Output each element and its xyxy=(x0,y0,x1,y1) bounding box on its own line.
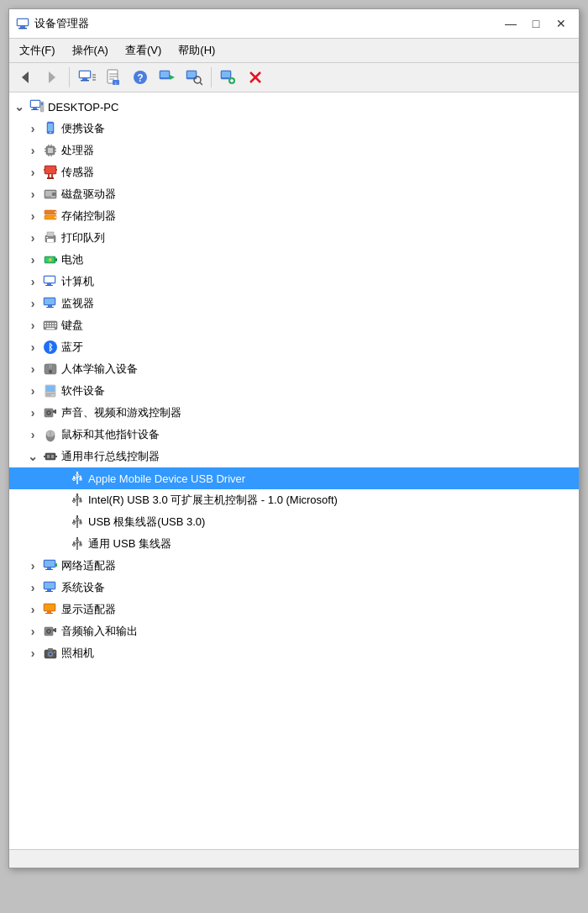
tree-item-hid[interactable]: 人体学输入设备 xyxy=(9,358,579,380)
tree-item-system[interactable]: 系统设备 xyxy=(9,577,579,599)
svg-rect-174 xyxy=(53,629,55,631)
expand-icon-computer xyxy=(26,275,39,288)
svg-rect-90 xyxy=(52,323,54,325)
svg-rect-59 xyxy=(51,174,53,177)
minimize-button[interactable]: — xyxy=(500,14,522,33)
tree-item-storage-label: 存储控制器 xyxy=(61,208,116,224)
expand-icon-mouse xyxy=(26,428,39,441)
tree-item-usb-hub[interactable]: 通用 USB 集线器 xyxy=(9,533,579,555)
tree-item-portable[interactable]: 便携设备 xyxy=(9,118,579,140)
svg-rect-95 xyxy=(52,325,54,327)
svg-rect-117 xyxy=(45,453,55,460)
help-button[interactable]: ? xyxy=(128,66,153,89)
menu-action[interactable]: 操作(A) xyxy=(66,40,115,61)
tree-item-print[interactable]: 打印队列 xyxy=(9,227,579,249)
menu-view[interactable]: 查看(V) xyxy=(118,40,168,61)
devmgr-button[interactable] xyxy=(74,66,99,89)
audio-icon xyxy=(43,405,58,420)
tree-item-apple-usb-label: Apple Mobile Device USB Driver xyxy=(88,472,245,485)
tree-item-usb-root[interactable]: 通用串行总线控制器 xyxy=(9,446,579,467)
svg-rect-161 xyxy=(45,569,53,570)
expand-icon-disk xyxy=(26,187,39,201)
svg-rect-84 xyxy=(48,305,52,307)
svg-rect-132 xyxy=(76,496,79,498)
menu-file[interactable]: 文件(F) xyxy=(13,40,62,61)
tree-item-sensor[interactable]: 传感器 xyxy=(9,161,579,183)
expand-icon-monitor xyxy=(26,297,39,310)
tree-item-keyboard[interactable]: 键盘 xyxy=(9,314,579,336)
search-button[interactable] xyxy=(181,66,207,89)
tree-item-intel-usb[interactable]: Intel(R) USB 3.0 可扩展主机控制器 - 1.0 (Microso… xyxy=(9,489,579,511)
tree-item-battery[interactable]: ⚡ 电池 xyxy=(9,249,579,271)
tree-item-software[interactable]: 软件设备 xyxy=(9,380,579,402)
connect-button[interactable] xyxy=(216,66,241,89)
svg-rect-111 xyxy=(53,410,55,413)
usb-hub3-icon xyxy=(70,515,85,530)
svg-rect-22 xyxy=(160,71,169,77)
tree-item-battery-label: 电池 xyxy=(61,252,83,267)
tree-item-network[interactable]: 网络适配器 xyxy=(9,555,579,577)
tree-item-network-label: 网络适配器 xyxy=(61,558,116,573)
close-button[interactable]: ✕ xyxy=(550,14,572,33)
toolbar: i ? xyxy=(9,63,579,92)
tree-item-computer[interactable]: 计算机 xyxy=(9,271,579,293)
tree-item-disk[interactable]: 磁盘驱动器 xyxy=(9,183,579,205)
tree-item-usb-hub3[interactable]: USB 根集线器(USB 3.0) xyxy=(9,511,579,533)
update-icon xyxy=(159,69,176,86)
expand-icon-software xyxy=(26,384,39,398)
tree-item-audio-io[interactable]: 音频输入和输出 xyxy=(9,620,579,642)
svg-point-103 xyxy=(49,370,52,373)
tree-item-root[interactable]: DESKTOP-PC xyxy=(9,96,579,118)
tree-item-portable-label: 便携设备 xyxy=(61,121,105,136)
tree-item-apple-usb[interactable]: Apple Mobile Device USB Driver xyxy=(9,467,579,489)
menu-help[interactable]: 帮助(H) xyxy=(171,40,222,61)
svg-rect-85 xyxy=(46,307,54,308)
properties-button[interactable]: i xyxy=(101,66,126,89)
connect-icon xyxy=(220,69,237,86)
svg-marker-23 xyxy=(170,75,175,80)
expand-icon-audio xyxy=(26,406,39,420)
svg-marker-4 xyxy=(22,71,29,83)
menubar: 文件(F) 操作(A) 查看(V) 帮助(H) xyxy=(9,39,579,63)
remove-button[interactable] xyxy=(243,66,268,89)
svg-rect-3 xyxy=(18,19,28,25)
tree-item-storage[interactable]: 存储控制器 xyxy=(9,205,579,227)
forward-button[interactable] xyxy=(39,66,65,89)
tree-item-cpu[interactable]: 处理器 xyxy=(9,140,579,161)
tree-item-mouse[interactable]: 鼠标和其他指针设备 xyxy=(9,424,579,446)
svg-rect-166 xyxy=(45,591,53,592)
tree-item-monitor[interactable]: 监视器 xyxy=(9,293,579,314)
svg-rect-162 xyxy=(55,563,57,567)
tree-item-audio[interactable]: 声音、视频和游戏控制器 xyxy=(9,402,579,424)
maximize-button[interactable]: □ xyxy=(525,14,547,33)
svg-rect-29 xyxy=(222,71,230,77)
back-button[interactable] xyxy=(13,66,38,89)
svg-rect-181 xyxy=(54,652,55,653)
bluetooth-icon: ᛒ xyxy=(43,340,58,355)
tree-item-system-label: 系统设备 xyxy=(61,580,105,595)
svg-rect-165 xyxy=(47,589,51,591)
tree-item-display[interactable]: 显示适配器 xyxy=(9,599,579,620)
svg-rect-149 xyxy=(76,537,78,540)
svg-rect-140 xyxy=(76,515,78,518)
camera-icon xyxy=(43,646,58,661)
svg-rect-170 xyxy=(45,613,53,614)
computer-icon xyxy=(29,99,45,114)
svg-rect-67 xyxy=(45,215,56,219)
forward-icon xyxy=(44,69,60,86)
tree-item-camera[interactable]: 照相机 xyxy=(9,642,579,664)
expand-icon-battery xyxy=(26,253,39,267)
toolbar-sep-2 xyxy=(211,67,212,87)
svg-rect-122 xyxy=(76,472,78,474)
svg-rect-72 xyxy=(47,239,54,242)
tree-item-usb-hub3-label: USB 根集线器(USB 3.0) xyxy=(88,515,205,530)
svg-rect-56 xyxy=(44,169,45,171)
expand-icon-cpu xyxy=(26,144,39,157)
tree-item-mouse-label: 鼠标和其他指针设备 xyxy=(61,427,160,442)
svg-point-43 xyxy=(50,132,51,134)
tree-item-monitor-label: 监视器 xyxy=(61,296,94,311)
update-button[interactable] xyxy=(155,66,180,89)
usb-root-icon xyxy=(43,449,58,464)
tree-item-bluetooth[interactable]: ᛒ 蓝牙 xyxy=(9,336,579,358)
tree-item-software-label: 软件设备 xyxy=(61,383,105,398)
